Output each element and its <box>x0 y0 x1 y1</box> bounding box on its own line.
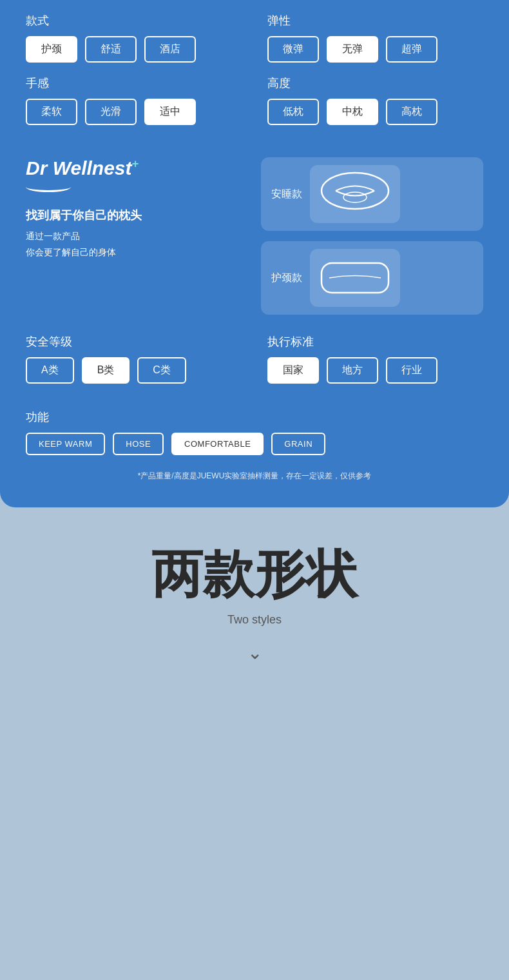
main-title: 两款形状 <box>26 546 483 603</box>
safety-btn-b[interactable]: B类 <box>82 357 130 384</box>
brand-info: Dr Wellnest+ 找到属于你自己的枕头 通过一款产品 你会更了解自己的身… <box>26 157 248 260</box>
style-btn-hotel[interactable]: 酒店 <box>144 36 196 63</box>
exec-group: 执行标准 国家 地方 行业 <box>267 334 483 384</box>
style-buttons-row: 护颈 舒适 酒店 <box>26 36 242 63</box>
feel-group: 手感 柔软 光滑 适中 <box>26 75 242 125</box>
pillow-sleep-label: 安睡款 <box>271 188 302 201</box>
safety-btn-c[interactable]: C类 <box>137 357 186 384</box>
row-feel-height: 手感 柔软 光滑 适中 高度 低枕 中枕 高枕 <box>26 75 483 138</box>
exec-btn-local[interactable]: 地方 <box>327 357 378 384</box>
safety-buttons-row: A类 B类 C类 <box>26 357 242 384</box>
chevron-down-icon[interactable]: ⌄ <box>26 642 483 663</box>
brand-logo-container: Dr Wellnest+ <box>26 157 248 192</box>
col-height: 高度 低枕 中枕 高枕 <box>254 75 483 138</box>
brand-pillow-section: Dr Wellnest+ 找到属于你自己的枕头 通过一款产品 你会更了解自己的身… <box>26 157 483 315</box>
style-label: 款式 <box>26 13 242 28</box>
col-exec: 执行标准 国家 地方 行业 <box>254 334 483 397</box>
brand-desc-line2: 你会更了解自己的身体 <box>26 244 248 260</box>
height-btn-high[interactable]: 高枕 <box>386 99 437 125</box>
col-safety: 安全等级 A类 B类 C类 <box>26 334 254 397</box>
func-btn-hose[interactable]: HOSE <box>113 433 164 455</box>
func-btn-comfortable[interactable]: COMFORTABLE <box>171 433 264 455</box>
elasticity-btn-super[interactable]: 超弹 <box>386 36 437 63</box>
col-feel: 手感 柔软 光滑 适中 <box>26 75 254 138</box>
brand-smile-icon <box>26 182 71 192</box>
pillow-sleep-image <box>310 165 400 223</box>
safety-btn-a[interactable]: A类 <box>26 357 74 384</box>
brand-desc-line1: 通过一款产品 <box>26 228 248 244</box>
style-group: 款式 护颈 舒适 酒店 <box>26 13 242 63</box>
safety-label: 安全等级 <box>26 334 242 349</box>
svg-rect-3 <box>310 249 400 307</box>
elasticity-group: 弹性 微弹 无弹 超弹 <box>267 13 483 63</box>
func-section: 功能 KEEP WARM HOSE COMFORTABLE GRAIN <box>26 409 483 455</box>
col-elasticity: 弹性 微弹 无弹 超弹 <box>254 13 483 75</box>
func-btn-grain[interactable]: GRAIN <box>271 433 325 455</box>
height-label: 高度 <box>267 75 483 91</box>
func-label: 功能 <box>26 409 483 425</box>
height-btn-mid[interactable]: 中枕 <box>327 99 378 125</box>
top-filter-section: 款式 护颈 舒适 酒店 弹性 微弹 无弹 超弹 手感 <box>0 0 509 507</box>
svg-rect-0 <box>310 165 400 223</box>
pillow-neck-image <box>310 249 400 307</box>
feel-btn-soft[interactable]: 柔软 <box>26 99 77 125</box>
height-buttons-row: 低枕 中枕 高枕 <box>267 99 483 125</box>
func-buttons-row: KEEP WARM HOSE COMFORTABLE GRAIN <box>26 433 483 455</box>
bottom-section: 两款形状 Two styles ⌄ <box>0 507 509 715</box>
elasticity-label: 弹性 <box>267 13 483 28</box>
safety-group: 安全等级 A类 B类 C类 <box>26 334 242 384</box>
feel-btn-medium[interactable]: 适中 <box>144 99 196 125</box>
sub-title: Two styles <box>26 613 483 627</box>
exec-label: 执行标准 <box>267 334 483 349</box>
brand-name: Dr Wellnest+ <box>26 157 139 179</box>
height-group: 高度 低枕 中枕 高枕 <box>267 75 483 125</box>
exec-buttons-row: 国家 地方 行业 <box>267 357 483 384</box>
pillow-cards: 安睡款 护颈款 <box>261 157 483 315</box>
style-btn-comfort[interactable]: 舒适 <box>85 36 137 63</box>
exec-btn-industry[interactable]: 行业 <box>386 357 437 384</box>
feel-buttons-row: 柔软 光滑 适中 <box>26 99 242 125</box>
brand-tagline: 找到属于你自己的枕头 <box>26 208 248 223</box>
footnote: *产品重量/高度是JUEWU实验室抽样测量，存在一定误差，仅供参考 <box>26 471 483 482</box>
elasticity-btn-none[interactable]: 无弹 <box>327 36 378 63</box>
feel-label: 手感 <box>26 75 242 91</box>
exec-btn-national[interactable]: 国家 <box>267 357 319 384</box>
feel-btn-smooth[interactable]: 光滑 <box>85 99 137 125</box>
pillow-card-neck: 护颈款 <box>261 241 483 315</box>
elasticity-btn-micro[interactable]: 微弹 <box>267 36 319 63</box>
pillow-neck-label: 护颈款 <box>271 271 302 285</box>
safety-exec-row: 安全等级 A类 B类 C类 执行标准 国家 地方 行业 <box>26 334 483 397</box>
pillow-card-sleep: 安睡款 <box>261 157 483 231</box>
col-style: 款式 护颈 舒适 酒店 <box>26 13 254 75</box>
style-btn-neck[interactable]: 护颈 <box>26 36 77 63</box>
elasticity-buttons-row: 微弹 无弹 超弹 <box>267 36 483 63</box>
func-btn-keep-warm[interactable]: KEEP WARM <box>26 433 105 455</box>
row-style-elasticity: 款式 护颈 舒适 酒店 弹性 微弹 无弹 超弹 <box>26 13 483 75</box>
height-btn-low[interactable]: 低枕 <box>267 99 319 125</box>
